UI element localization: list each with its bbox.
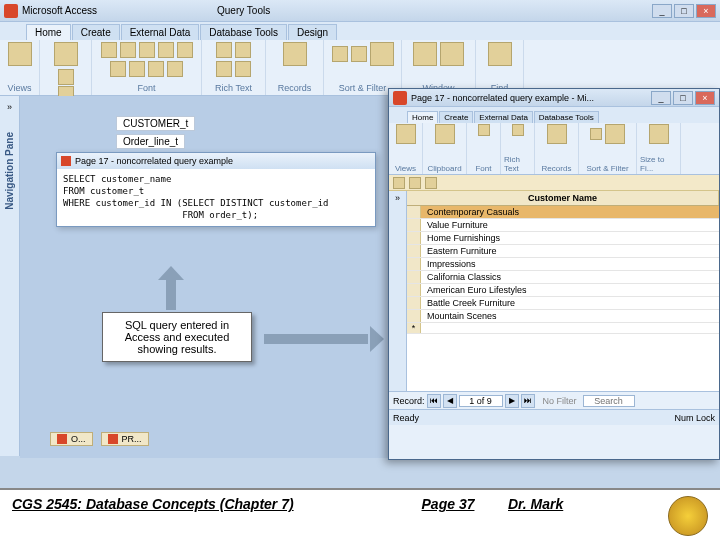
group-font: Font [137,83,155,93]
r-sort-icon[interactable] [590,128,602,140]
workspace: CUSTOMER_t Order_line_t Page 17 - noncor… [20,96,720,458]
next-record-button[interactable]: ▶ [505,394,519,408]
customer-table-label[interactable]: CUSTOMER_t [116,116,195,131]
bottom-tab-pr[interactable]: PR... [101,432,149,446]
app-title: Microsoft Access [22,5,97,16]
result-min-button[interactable]: _ [651,91,671,105]
result-close-button[interactable]: × [695,91,715,105]
sql-text[interactable]: SELECT customer_name FROM customer_t WHE… [57,169,375,226]
filter-status: No Filter [543,396,577,406]
prev-record-button[interactable]: ◀ [443,394,457,408]
tab-create[interactable]: Create [72,24,120,40]
access-icon [393,91,407,105]
table-icon [57,434,67,444]
tab-external-data[interactable]: External Data [121,24,200,40]
arrow-right-icon [264,326,384,352]
paste-icon[interactable] [54,42,78,66]
view-icon[interactable] [8,42,32,66]
find-icon[interactable] [488,42,512,66]
rt-icon1[interactable] [216,42,232,58]
row-7[interactable]: Battle Creek Furniture [421,297,719,309]
size-fit-icon[interactable] [413,42,437,66]
bold-icon[interactable] [101,42,117,58]
align-right-icon[interactable] [110,61,126,77]
r-filter-icon[interactable] [605,124,625,144]
result-max-button[interactable]: □ [673,91,693,105]
r-records-icon[interactable] [547,124,567,144]
first-record-button[interactable]: ⏮ [427,394,441,408]
main-tabs: Home Create External Data Database Tools… [0,22,720,40]
page-label: Page 37 [388,496,508,512]
redo-icon[interactable] [425,177,437,189]
tab-database-tools[interactable]: Database Tools [200,24,287,40]
col-customer-name[interactable]: Customer Name [407,191,719,205]
result-tab-create[interactable]: Create [439,111,473,123]
close-button[interactable]: × [696,4,716,18]
r-view-icon[interactable] [396,124,416,144]
underline-icon[interactable] [139,42,155,58]
sort-asc-icon[interactable] [332,46,348,62]
result-title-bar: Page 17 - noncorrelated query example - … [389,89,719,107]
result-tab-home[interactable]: Home [407,111,438,123]
gridlines-icon[interactable] [167,61,183,77]
rt-icon4[interactable] [235,61,251,77]
row-0[interactable]: Contemporary Casuals [421,206,719,218]
author-label: Dr. Mark [508,496,668,512]
fill-icon[interactable] [129,61,145,77]
order-table-label[interactable]: Order_line_t [116,134,185,149]
sort-desc-icon[interactable] [351,46,367,62]
result-nav-pane[interactable]: » [389,191,407,391]
switch-windows-icon[interactable] [440,42,464,66]
sql-window-header[interactable]: Page 17 - noncorrelated query example [57,153,375,169]
maximize-button[interactable]: □ [674,4,694,18]
italic-icon[interactable] [120,42,136,58]
result-tab-dbtools[interactable]: Database Tools [534,111,599,123]
table-icon [108,434,118,444]
minimize-button[interactable]: _ [652,4,672,18]
sql-window: Page 17 - noncorrelated query example SE… [56,152,376,227]
search-input[interactable] [583,395,635,407]
context-title: Query Tools [217,5,270,16]
tab-design[interactable]: Design [288,24,337,40]
row-3[interactable]: Eastern Furniture [421,245,719,257]
quick-access-toolbar [389,175,719,191]
ucf-logo-icon [668,496,708,536]
rt-icon2[interactable] [235,42,251,58]
row-1[interactable]: Value Furniture [421,219,719,231]
access-icon [4,4,18,18]
navigation-pane[interactable]: » Navigation Pane [0,96,20,456]
result-window: Page 17 - noncorrelated query example - … [388,88,720,460]
row-8[interactable]: Mountain Scenes [421,310,719,322]
last-record-button[interactable]: ⏭ [521,394,535,408]
save-icon[interactable] [393,177,405,189]
filter-icon[interactable] [370,42,394,66]
font-color-icon[interactable] [148,61,164,77]
row-6[interactable]: American Euro Lifestyles [421,284,719,296]
align-left-icon[interactable] [158,42,174,58]
r-font-icon[interactable] [478,124,490,136]
record-navigator: Record: ⏮ ◀ ▶ ⏭ No Filter [389,391,719,409]
result-grid[interactable]: Customer Name Contemporary Casuals Value… [407,191,719,391]
rt-icon3[interactable] [216,61,232,77]
cut-icon[interactable] [58,69,74,85]
records-icon[interactable] [283,42,307,66]
result-tabs: Home Create External Data Database Tools [389,107,719,123]
r-paste-icon[interactable] [435,124,455,144]
group-records: Records [278,83,312,93]
bottom-tab-o[interactable]: O... [50,432,93,446]
row-4[interactable]: Impressions [421,258,719,270]
result-status-bar: Ready Num Lock [389,409,719,425]
result-tab-external[interactable]: External Data [474,111,532,123]
undo-icon[interactable] [409,177,421,189]
align-center-icon[interactable] [177,42,193,58]
main-title-bar: Microsoft Access Query Tools _ □ × [0,0,720,22]
tab-home[interactable]: Home [26,24,71,40]
r-size-icon[interactable] [649,124,669,144]
row-5[interactable]: California Classics [421,271,719,283]
group-views: Views [8,83,32,93]
slide-footer: CGS 2545: Database Concepts (Chapter 7) … [0,488,720,540]
r-rt-icon[interactable] [512,124,524,136]
record-position[interactable] [459,395,503,407]
row-2[interactable]: Home Furnishings [421,232,719,244]
row-new[interactable] [421,323,719,333]
